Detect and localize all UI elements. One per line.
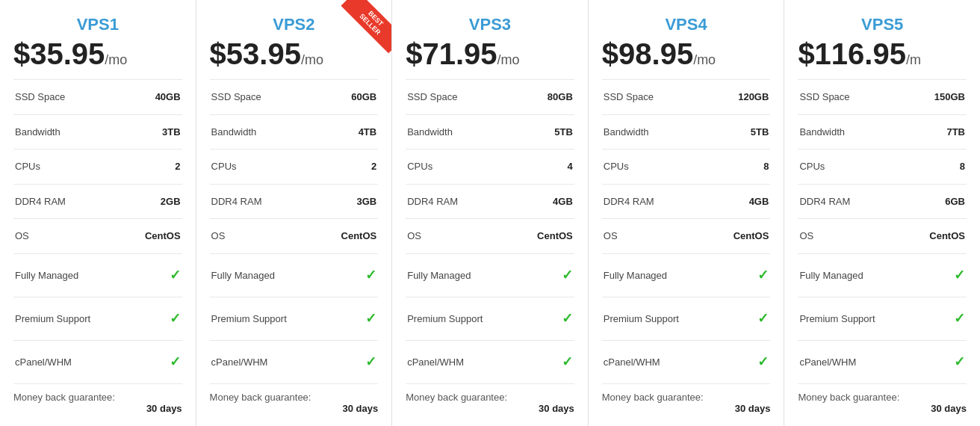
table-row: OSCentOS	[210, 219, 379, 254]
plan-name-vps3: VPS3	[406, 15, 574, 34]
feature-label-vps3-6: Premium Support	[406, 297, 518, 340]
table-row: Fully Managed✓	[798, 253, 967, 297]
feature-label-vps3-0: SSD Space	[406, 80, 518, 115]
features-table-vps3: SSD Space80GBBandwidth5TBCPUs4DDR4 RAM4G…	[406, 79, 574, 384]
feature-value-vps5-4: CentOS	[911, 219, 967, 254]
money-back-vps1: Money back guarantee:30 days	[13, 392, 182, 414]
feature-value-vps1-3: 2GB	[126, 184, 182, 219]
plan-price-vps1: $35.95/mo	[13, 39, 182, 69]
feature-value-vps1-0: 40GB	[126, 80, 182, 115]
money-back-label-vps5: Money back guarantee:	[798, 392, 899, 403]
table-row: Fully Managed✓	[602, 253, 771, 297]
plan-price-mo-vps1: /mo	[105, 52, 127, 67]
check-icon: ✓	[757, 268, 769, 283]
feature-label-vps3-2: CPUs	[406, 149, 518, 185]
feature-label-vps2-2: CPUs	[210, 149, 323, 185]
feature-value-vps2-3: 3GB	[323, 184, 378, 219]
table-row: CPUs8	[798, 149, 967, 185]
check-icon: ✓	[562, 268, 573, 283]
table-row: CPUs2	[210, 149, 379, 185]
table-row: SSD Space40GB	[13, 80, 182, 115]
check-icon: ✓	[170, 311, 181, 326]
table-row: OSCentOS	[602, 219, 771, 254]
feature-value-vps1-2: 2	[126, 149, 182, 185]
table-row: OSCentOS	[406, 219, 574, 254]
table-row: cPanel/WHM✓	[602, 340, 771, 383]
feature-label-vps2-4: OS	[210, 219, 323, 254]
table-row: Fully Managed✓	[13, 253, 182, 297]
feature-value-vps4-5: ✓	[715, 253, 770, 297]
plan-name-vps1: VPS1	[13, 15, 182, 34]
feature-value-vps5-6: ✓	[911, 297, 967, 340]
table-row: Premium Support✓	[13, 297, 182, 340]
check-icon: ✓	[170, 354, 181, 369]
feature-value-vps1-4: CentOS	[126, 219, 182, 254]
feature-label-vps1-6: Premium Support	[13, 297, 126, 340]
feature-value-vps4-2: 8	[715, 149, 770, 185]
feature-label-vps2-3: DDR4 RAM	[210, 184, 323, 219]
plan-card-vps3: VPS3$71.95/moSSD Space80GBBandwidth5TBCP…	[392, 0, 589, 426]
money-back-label-vps3: Money back guarantee:	[406, 392, 507, 403]
feature-value-vps2-5: ✓	[323, 253, 378, 297]
table-row: cPanel/WHM✓	[798, 340, 967, 383]
feature-label-vps4-2: CPUs	[602, 149, 715, 185]
plan-price-mo-vps3: /mo	[497, 52, 520, 67]
feature-value-vps2-2: 2	[323, 149, 378, 185]
table-row: Premium Support✓	[798, 297, 967, 340]
feature-label-vps3-3: DDR4 RAM	[406, 184, 518, 219]
feature-value-vps2-6: ✓	[323, 297, 378, 340]
table-row: DDR4 RAM6GB	[798, 184, 967, 219]
feature-label-vps5-6: Premium Support	[798, 297, 911, 340]
feature-value-vps2-0: 60GB	[323, 80, 378, 115]
best-seller-ribbon: BESTSELLER	[332, 0, 391, 60]
feature-label-vps1-3: DDR4 RAM	[13, 184, 126, 219]
feature-label-vps3-1: Bandwidth	[406, 114, 518, 149]
table-row: Premium Support✓	[210, 297, 379, 340]
plan-card-vps4: VPS4$98.95/moSSD Space120GBBandwidth5TBC…	[589, 0, 785, 426]
table-row: Bandwidth3TB	[13, 114, 182, 149]
feature-value-vps3-0: 80GB	[518, 80, 574, 115]
features-table-vps4: SSD Space120GBBandwidth5TBCPUs8DDR4 RAM4…	[602, 79, 771, 384]
table-row: SSD Space150GB	[798, 80, 967, 115]
table-row: Premium Support✓	[602, 297, 771, 340]
check-icon: ✓	[365, 311, 376, 326]
table-row: DDR4 RAM3GB	[210, 184, 379, 219]
feature-label-vps3-7: cPanel/WHM	[406, 340, 518, 383]
plan-price-vps5: $116.95/m	[798, 39, 967, 69]
money-back-days-vps1: 30 days	[13, 403, 182, 414]
feature-label-vps3-4: OS	[406, 219, 518, 254]
table-row: SSD Space80GB	[406, 80, 574, 115]
money-back-label-vps4: Money back guarantee:	[602, 392, 704, 403]
feature-value-vps4-1: 5TB	[715, 114, 770, 149]
plan-price-vps3: $71.95/mo	[406, 39, 574, 69]
best-seller-label: BESTSELLER	[341, 0, 391, 53]
feature-value-vps1-5: ✓	[126, 253, 182, 297]
table-row: CPUs2	[13, 149, 182, 185]
table-row: SSD Space120GB	[602, 80, 771, 115]
feature-label-vps4-4: OS	[602, 219, 715, 254]
plans-container: VPS1$35.95/moSSD Space40GBBandwidth3TBCP…	[0, 0, 980, 426]
table-row: OSCentOS	[13, 219, 182, 254]
feature-label-vps4-0: SSD Space	[602, 80, 715, 115]
features-table-vps5: SSD Space150GBBandwidth7TBCPUs8DDR4 RAM6…	[798, 79, 967, 384]
feature-value-vps5-3: 6GB	[911, 184, 967, 219]
plan-card-vps2: BESTSELLERVPS2$53.95/moSSD Space60GBBand…	[196, 0, 393, 426]
feature-label-vps3-5: Fully Managed	[406, 253, 518, 297]
feature-value-vps3-7: ✓	[518, 340, 574, 383]
feature-value-vps2-4: CentOS	[323, 219, 378, 254]
plan-card-vps5: VPS5$116.95/mSSD Space150GBBandwidth7TBC…	[784, 0, 980, 426]
table-row: DDR4 RAM2GB	[13, 184, 182, 219]
feature-value-vps3-6: ✓	[518, 297, 574, 340]
feature-label-vps5-7: cPanel/WHM	[798, 340, 911, 383]
feature-label-vps2-5: Fully Managed	[210, 253, 323, 297]
feature-label-vps1-1: Bandwidth	[13, 114, 126, 149]
feature-value-vps3-3: 4GB	[518, 184, 574, 219]
feature-label-vps1-2: CPUs	[13, 149, 126, 185]
check-icon: ✓	[954, 354, 965, 369]
feature-value-vps1-6: ✓	[126, 297, 182, 340]
table-row: DDR4 RAM4GB	[602, 184, 771, 219]
check-icon: ✓	[365, 268, 376, 283]
feature-label-vps5-3: DDR4 RAM	[798, 184, 911, 219]
table-row: Premium Support✓	[406, 297, 574, 340]
feature-value-vps2-1: 4TB	[323, 114, 378, 149]
